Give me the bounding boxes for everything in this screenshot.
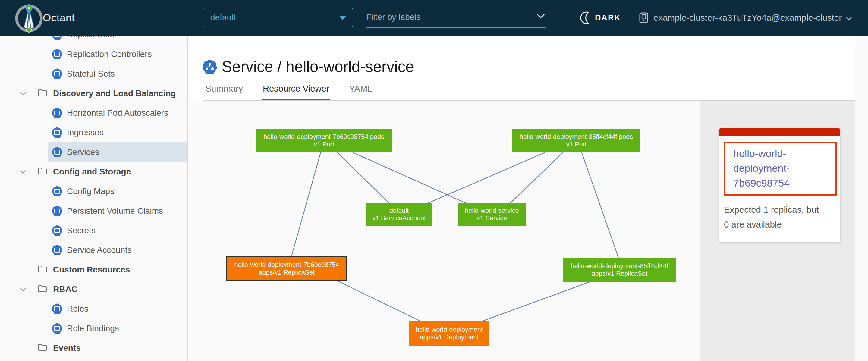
sidebar-item-stateful-sets[interactable]: Stateful Sets (0, 64, 187, 84)
stateful-sets-icon (52, 68, 62, 79)
sidebar-item-label: Ingresses (67, 123, 103, 142)
status-bar-error (719, 128, 840, 136)
sidebar-item-replication-controllers[interactable]: Replication Controllers (0, 44, 187, 64)
sidebar-item-rbac[interactable]: RBAC (0, 280, 187, 299)
namespace-dropdown[interactable]: default (203, 7, 353, 27)
sidebar-item-services[interactable]: Services (0, 142, 187, 162)
secrets-icon (52, 225, 62, 236)
sidebar-item-label: Custom Resources (53, 260, 130, 280)
sidebar-list: Replica SetsReplication ControllersState… (0, 36, 187, 358)
sidebar-item-label: RBAC (53, 280, 78, 299)
graph-edge (353, 153, 467, 203)
cluster-icon (638, 12, 649, 24)
graph-node-serviceaccount-default[interactable]: defaultv1 ServiceAccount (366, 203, 432, 226)
node-name: hello-world-deployment-85ff4cf44f pods (520, 133, 633, 141)
sidebar-item-label: Config Maps (67, 182, 114, 201)
tab-resource-viewer[interactable]: Resource Viewer (261, 84, 330, 101)
sidebar-item-events[interactable]: Events (0, 338, 187, 358)
detail-panel: hello-world-deployment-7b69c98754 Expect… (700, 101, 855, 361)
node-name: hello-world-deployment-85ff4cf44f (571, 262, 668, 270)
namespace-dropdown-value: default (210, 13, 236, 22)
chevron-down-icon[interactable] (536, 13, 545, 19)
folder-icon (37, 285, 47, 294)
config-maps-icon (52, 186, 62, 196)
sidebar-item-label: Replication Controllers (67, 44, 152, 64)
sidebar-item-label: Stateful Sets (67, 64, 115, 84)
sidebar-item-role-bindings[interactable]: Role Bindings (0, 319, 187, 338)
sidebar-item-discovery-and-load-balancing[interactable]: Discovery and Load Balancing (0, 84, 187, 103)
theme-toggle-label: DARK (595, 13, 621, 23)
chevron-down-icon (845, 17, 852, 21)
graph-node-deployment-hello-world[interactable]: hello-world-deploymentapps/v1 Deployment (409, 321, 490, 346)
graph-node-service-hello-world[interactable]: hello-world-servicev1 Service (458, 203, 526, 226)
node-kind: v1 Pod (566, 141, 587, 148)
sidebar-nav: Replica SetsReplication ControllersState… (0, 36, 188, 361)
chevron-down-icon[interactable] (19, 287, 27, 293)
label-filter-input[interactable] (366, 8, 532, 27)
graph-node-replicaset-7b69c98754[interactable]: hello-world-deployment-7b69c98754apps/v1… (226, 256, 347, 281)
sidebar-item-config-maps[interactable]: Config Maps (0, 182, 187, 201)
sidebar-item-label: Services (67, 142, 99, 162)
ingresses-icon (52, 127, 62, 138)
sidebar-item-horizontal-pod-autoscalers[interactable]: Horizontal Pod Autoscalers (0, 103, 187, 123)
cluster-context-menu[interactable]: example-cluster-ka3TuTzYo4a@example-clus… (638, 0, 852, 36)
label-filter (366, 8, 547, 28)
sidebar-item-service-accounts[interactable]: Service Accounts (0, 240, 187, 260)
role-bindings-icon (52, 323, 62, 334)
resource-viewer-graph[interactable]: hello-world-deployment-7b69c98754 podsv1… (188, 101, 700, 361)
sidebar-item-ingresses[interactable]: Ingresses (0, 123, 187, 142)
resource-glyph (54, 52, 60, 57)
service-title-icon (203, 60, 217, 74)
sidebar-item-label: Horizontal Pod Autoscalers (67, 103, 168, 123)
status-message-line1: Expected 1 replicas, but (724, 202, 832, 217)
cluster-context-label: example-cluster-ka3TuTzYo4a@example-clus… (653, 13, 842, 23)
node-name: hello-world-deployment-7b69c98754 (235, 261, 339, 269)
sidebar-item-persistent-volume-claims[interactable]: Persistent Volume Claims (0, 201, 187, 221)
folder-icon (37, 343, 47, 353)
resource-glyph (54, 208, 60, 214)
sidebar-item-roles[interactable]: Roles (0, 299, 187, 319)
theme-toggle-button[interactable]: DARK (579, 0, 621, 36)
sidebar-item-label: Events (53, 338, 81, 358)
tab-summary[interactable]: Summary (204, 84, 244, 101)
horizontal-pod-autoscalers-icon (52, 107, 62, 118)
graph-node-pods-7b69c98754[interactable]: hello-world-deployment-7b69c98754 podsv1… (256, 129, 392, 153)
graph-edge (291, 153, 321, 256)
sidebar-item-custom-resources[interactable]: Custom Resources (0, 260, 187, 280)
graph-edge (482, 282, 589, 321)
tab-yaml[interactable]: YAML (348, 84, 373, 101)
chevron-down-icon[interactable] (19, 170, 27, 175)
page-title: Service / hello-world-service (222, 58, 414, 76)
graph-node-pods-85ff4cf44f[interactable]: hello-world-deployment-85ff4cf44f podsv1… (512, 129, 641, 153)
resource-link[interactable]: hello-world-deployment-7b69c98754 (733, 146, 830, 191)
tab-bar: SummaryResource ViewerYAML (203, 84, 389, 101)
dropdown-caret-icon (339, 16, 346, 20)
folder-icon (37, 167, 47, 176)
sidebar-item-label: Role Bindings (67, 319, 119, 338)
status-message: Expected 1 replicas, but 0 are available (724, 202, 832, 232)
resource-status-card: hello-world-deployment-7b69c98754 Expect… (719, 128, 840, 242)
status-message-line2: 0 are available (724, 217, 832, 232)
sidebar-item-replica-sets[interactable]: Replica Sets (0, 36, 187, 44)
sidebar-item-label: Replica Sets (67, 36, 114, 44)
node-kind: apps/v1 Deployment (420, 334, 479, 341)
resource-glyph (54, 248, 60, 253)
node-kind: v1 ServiceAccount (372, 215, 426, 222)
content-header: Service / hello-world-service SummaryRes… (188, 36, 855, 101)
replication-controllers-icon (52, 49, 62, 59)
resource-glyph (54, 326, 60, 331)
header-bar: Octant default DARK example-cluster-ka3T… (0, 0, 868, 36)
title-row: Service / hello-world-service (203, 58, 414, 76)
resource-glyph (54, 228, 60, 233)
folder-icon (37, 265, 47, 274)
node-kind: v1 Pod (314, 141, 334, 148)
chevron-down-icon[interactable] (19, 91, 27, 97)
sidebar-item-secrets[interactable]: Secrets (0, 221, 187, 240)
node-kind: apps/v1 ReplicaSet (259, 269, 315, 276)
resource-glyph (54, 306, 60, 311)
sidebar-item-label: Roles (67, 299, 89, 319)
graph-node-replicaset-85ff4cf44f[interactable]: hello-world-deployment-85ff4cf44fapps/v1… (563, 258, 676, 282)
folder-icon (37, 89, 47, 98)
node-name: hello-world-deployment-7b69c98754 pods (264, 133, 384, 141)
sidebar-item-config-and-storage[interactable]: Config and Storage (0, 162, 187, 182)
